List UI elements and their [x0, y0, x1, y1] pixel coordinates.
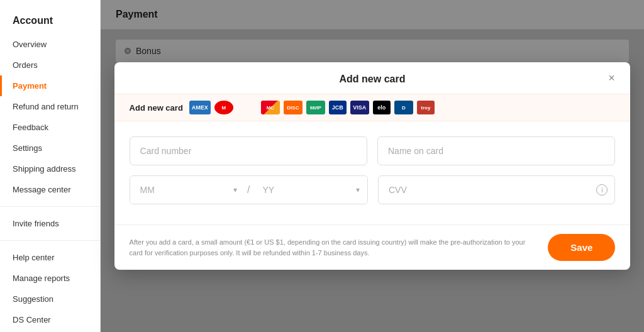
- sidebar-item-orders[interactable]: Orders: [0, 55, 100, 75]
- modal-footer: After you add a card, a small amount (€1…: [114, 224, 631, 270]
- sidebar-item-invite[interactable]: Invite friends: [0, 213, 100, 234]
- cvv-info-icon[interactable]: i: [596, 184, 608, 196]
- sidebar-item-messages[interactable]: Message center: [0, 179, 100, 200]
- sidebar-item-help[interactable]: Help center: [0, 247, 100, 268]
- sidebar-item-payment[interactable]: Payment: [0, 75, 100, 96]
- diners-icon: D: [394, 101, 413, 114]
- elo-icon: elo: [373, 101, 391, 114]
- card-brands-row: Add new card AMEX M MC DISC МИР JCB VISA…: [114, 94, 631, 121]
- modal-header: Add new card ×: [114, 62, 631, 94]
- sidebar-item-overview[interactable]: Overview: [0, 34, 100, 55]
- add-card-label: Add new card: [130, 103, 183, 113]
- visa-icon: VISA: [350, 101, 369, 114]
- date-slash: /: [245, 184, 252, 196]
- sidebar-item-suggestion[interactable]: Suggestion: [0, 289, 100, 309]
- sidebar-item-ds[interactable]: DS Center: [0, 309, 100, 330]
- mastercard-icon: [237, 101, 257, 114]
- sidebar-item-feedback[interactable]: Feedback: [0, 117, 100, 138]
- maestro-icon: M: [214, 101, 233, 114]
- jcb-icon: JCB: [329, 101, 347, 114]
- sidebar-item-shipping[interactable]: Shipping address: [0, 158, 100, 179]
- sidebar-divider: [0, 206, 100, 207]
- modal-close-button[interactable]: ×: [602, 69, 620, 87]
- modal-title: Add new card: [340, 74, 406, 85]
- footer-note: After you add a card, a small amount (€1…: [130, 237, 538, 258]
- save-button[interactable]: Save: [548, 234, 615, 261]
- name-on-card-input[interactable]: [377, 136, 615, 165]
- sidebar-item-settings[interactable]: Settings: [0, 138, 100, 158]
- year-select[interactable]: YY 24252627 282930: [253, 176, 367, 204]
- discover-icon: DISC: [284, 101, 303, 114]
- cvv-input[interactable]: [378, 175, 615, 204]
- form-row-1: [130, 136, 616, 165]
- form-row-2: MM 01020304 05060708 09101112 ▾ / YY 2: [130, 175, 616, 204]
- amex-icon: AMEX: [189, 101, 211, 114]
- sidebar: Account Overview Orders Payment Refund a…: [0, 0, 101, 332]
- card-number-input[interactable]: [130, 136, 367, 165]
- card-number-field: [130, 136, 367, 165]
- mastercard2-icon: MC: [261, 101, 280, 114]
- month-select[interactable]: MM 01020304 05060708 09101112: [130, 176, 245, 204]
- month-select-wrapper: MM 01020304 05060708 09101112 ▾: [130, 176, 245, 204]
- troy-icon: troy: [417, 101, 435, 114]
- sidebar-divider-2: [0, 240, 100, 241]
- main-content: Payment Bonus Add new card × Add new car…: [101, 0, 644, 332]
- add-card-modal: Add new card × Add new card AMEX M MC DI…: [114, 62, 631, 270]
- year-select-wrapper: YY 24252627 282930 ▾: [253, 176, 367, 204]
- sidebar-title: Account: [0, 10, 100, 34]
- mir-icon: МИР: [306, 101, 325, 114]
- sidebar-item-refund[interactable]: Refund and return: [0, 96, 100, 117]
- cvv-field: i: [378, 175, 615, 204]
- card-form: MM 01020304 05060708 09101112 ▾ / YY 2: [114, 121, 631, 224]
- sidebar-item-reports[interactable]: Manage reports: [0, 268, 100, 289]
- name-on-card-field: [377, 136, 615, 165]
- date-row: MM 01020304 05060708 09101112 ▾ / YY 2: [130, 175, 368, 204]
- modal-overlay: Add new card × Add new card AMEX M MC DI…: [101, 0, 644, 332]
